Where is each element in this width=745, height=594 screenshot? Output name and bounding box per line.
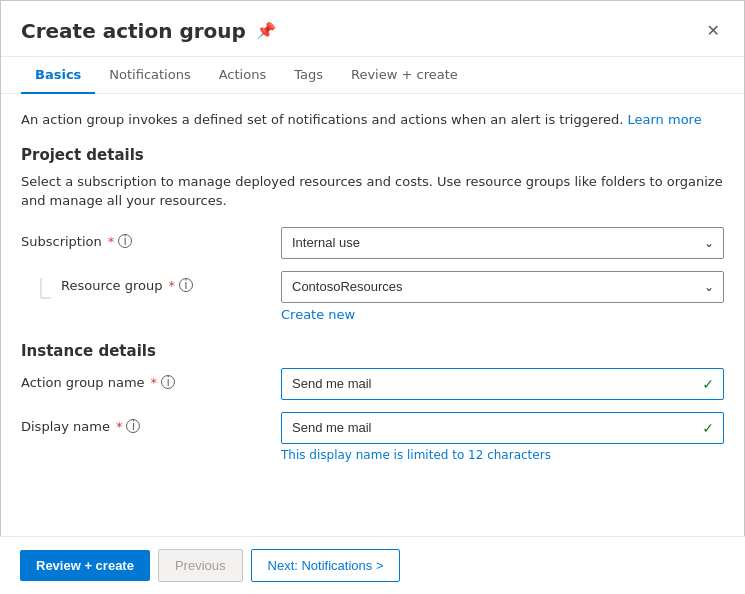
resource-group-info-icon[interactable]: i <box>179 278 193 292</box>
display-name-check-icon: ✓ <box>702 420 714 436</box>
display-name-required: * <box>116 419 123 434</box>
action-group-name-label: Action group name <box>21 375 145 390</box>
main-content: An action group invokes a defined set of… <box>1 94 744 535</box>
resource-group-select-wrapper: ContosoResources ⌄ <box>281 271 724 303</box>
resource-group-row: Resource group * i ContosoResources ⌄ Cr… <box>21 271 724 322</box>
subscription-select[interactable]: Internal use <box>281 227 724 259</box>
action-group-name-input-wrapper: ✓ <box>281 368 724 400</box>
display-name-input[interactable] <box>281 412 724 444</box>
display-name-label: Display name <box>21 419 110 434</box>
close-icon[interactable]: ✕ <box>703 17 724 44</box>
subscription-label: Subscription <box>21 234 102 249</box>
pin-icon[interactable]: 📌 <box>256 21 276 40</box>
next-button[interactable]: Next: Notifications > <box>251 549 401 582</box>
subscription-required: * <box>108 234 115 249</box>
review-create-button[interactable]: Review + create <box>20 550 150 581</box>
resource-group-label: Resource group <box>61 278 163 293</box>
action-group-name-input-col: ✓ <box>281 368 724 400</box>
instance-details-section: Instance details Action group name * i ✓… <box>21 342 724 462</box>
tab-tags[interactable]: Tags <box>280 57 337 94</box>
create-new-link[interactable]: Create new <box>281 307 355 322</box>
display-name-input-col: ✓ This display name is limited to 12 cha… <box>281 412 724 462</box>
action-group-name-row: Action group name * i ✓ <box>21 368 724 400</box>
display-name-hint: This display name is limited to 12 chara… <box>281 448 724 462</box>
display-name-row: Display name * i ✓ This display name is … <box>21 412 724 462</box>
subscription-row: Subscription * i Internal use ⌄ <box>21 227 724 259</box>
resource-group-input-col: ContosoResources ⌄ Create new <box>281 271 724 322</box>
resource-group-label-col: Resource group * i <box>61 271 281 293</box>
tree-line-svg <box>31 278 51 310</box>
subscription-label-col: Subscription * i <box>21 227 281 249</box>
tabs-nav: Basics Notifications Actions Tags Review… <box>1 57 744 94</box>
tab-actions[interactable]: Actions <box>205 57 281 94</box>
dialog-header: Create action group 📌 ✕ <box>1 1 744 57</box>
display-name-info-icon[interactable]: i <box>126 419 140 433</box>
tree-line <box>21 271 61 310</box>
display-name-input-wrapper: ✓ <box>281 412 724 444</box>
project-details-title: Project details <box>21 146 724 164</box>
description-text: An action group invokes a defined set of… <box>21 110 724 130</box>
instance-details-title: Instance details <box>21 342 724 360</box>
action-group-name-label-col: Action group name * i <box>21 368 281 390</box>
subscription-info-icon[interactable]: i <box>118 234 132 248</box>
resource-group-select[interactable]: ContosoResources <box>281 271 724 303</box>
tab-notifications[interactable]: Notifications <box>95 57 204 94</box>
previous-button: Previous <box>158 549 243 582</box>
action-group-name-required: * <box>151 375 158 390</box>
learn-more-link[interactable]: Learn more <box>628 112 702 127</box>
action-group-name-check-icon: ✓ <box>702 376 714 392</box>
title-area: Create action group 📌 <box>21 19 276 43</box>
dialog-title: Create action group <box>21 19 246 43</box>
resource-group-required: * <box>169 278 176 293</box>
action-group-name-input[interactable] <box>281 368 724 400</box>
subscription-input-col: Internal use ⌄ <box>281 227 724 259</box>
tab-basics[interactable]: Basics <box>21 57 95 94</box>
footer: Review + create Previous Next: Notificat… <box>0 536 745 594</box>
subscription-select-wrapper: Internal use ⌄ <box>281 227 724 259</box>
action-group-name-info-icon[interactable]: i <box>161 375 175 389</box>
project-details-desc: Select a subscription to manage deployed… <box>21 172 724 211</box>
tab-review-create[interactable]: Review + create <box>337 57 472 94</box>
display-name-label-col: Display name * i <box>21 412 281 434</box>
